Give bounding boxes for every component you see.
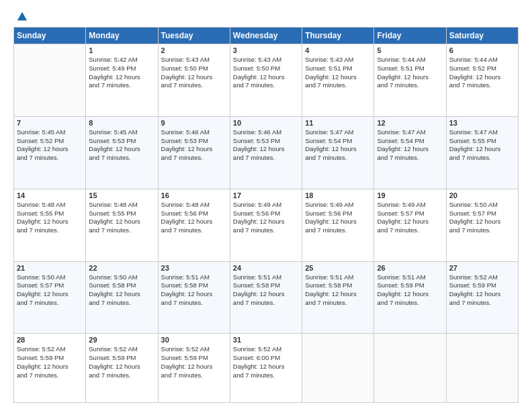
day-info: Sunrise: 5:44 AM Sunset: 5:51 PM Dayligh… xyxy=(377,56,443,90)
day-info: Sunrise: 5:49 AM Sunset: 5:56 PM Dayligh… xyxy=(233,201,299,235)
calendar-cell: 19Sunrise: 5:49 AM Sunset: 5:57 PM Dayli… xyxy=(374,189,446,261)
day-number: 25 xyxy=(305,264,371,272)
day-info: Sunrise: 5:50 AM Sunset: 5:58 PM Dayligh… xyxy=(89,273,154,308)
day-info: Sunrise: 5:44 AM Sunset: 5:52 PM Dayligh… xyxy=(449,56,515,90)
day-number: 1 xyxy=(89,46,154,54)
calendar-cell: 21Sunrise: 5:50 AM Sunset: 5:57 PM Dayli… xyxy=(14,261,86,334)
weekday-header-saturday: Saturday xyxy=(446,28,518,44)
calendar-cell: 24Sunrise: 5:51 AM Sunset: 5:58 PM Dayli… xyxy=(230,261,302,334)
day-number: 16 xyxy=(161,191,227,199)
calendar-cell: 27Sunrise: 5:52 AM Sunset: 5:59 PM Dayli… xyxy=(446,261,518,334)
day-number: 10 xyxy=(233,119,299,127)
day-number: 21 xyxy=(17,264,83,272)
day-info: Sunrise: 5:52 AM Sunset: 5:59 PM Dayligh… xyxy=(161,345,227,379)
day-number: 6 xyxy=(449,46,515,54)
day-info: Sunrise: 5:43 AM Sunset: 5:50 PM Dayligh… xyxy=(233,56,299,90)
day-number: 27 xyxy=(449,264,515,272)
calendar-cell xyxy=(302,334,374,403)
weekday-header-thursday: Thursday xyxy=(302,28,374,44)
week-row-2: 7Sunrise: 5:45 AM Sunset: 5:52 PM Daylig… xyxy=(14,116,519,189)
day-info: Sunrise: 5:48 AM Sunset: 5:56 PM Dayligh… xyxy=(161,201,227,235)
day-info: Sunrise: 5:52 AM Sunset: 5:59 PM Dayligh… xyxy=(17,345,83,379)
day-number: 22 xyxy=(89,264,154,272)
day-number: 24 xyxy=(233,264,299,272)
day-number: 15 xyxy=(89,191,154,199)
svg-marker-0 xyxy=(17,12,27,21)
day-number: 12 xyxy=(377,119,443,127)
day-number: 2 xyxy=(161,46,227,54)
day-info: Sunrise: 5:47 AM Sunset: 5:54 PM Dayligh… xyxy=(377,128,443,163)
day-info: Sunrise: 5:48 AM Sunset: 5:55 PM Dayligh… xyxy=(17,201,83,235)
logo-icon xyxy=(16,11,28,23)
calendar-cell: 13Sunrise: 5:47 AM Sunset: 5:55 PM Dayli… xyxy=(446,116,518,189)
calendar-cell: 28Sunrise: 5:52 AM Sunset: 5:59 PM Dayli… xyxy=(14,334,86,403)
calendar-cell: 8Sunrise: 5:45 AM Sunset: 5:53 PM Daylig… xyxy=(86,116,158,189)
day-number: 26 xyxy=(377,264,443,272)
calendar-cell: 1Sunrise: 5:42 AM Sunset: 5:49 PM Daylig… xyxy=(86,44,158,117)
week-row-3: 14Sunrise: 5:48 AM Sunset: 5:55 PM Dayli… xyxy=(14,189,519,261)
calendar-cell: 11Sunrise: 5:47 AM Sunset: 5:54 PM Dayli… xyxy=(302,116,374,189)
calendar-cell: 9Sunrise: 5:46 AM Sunset: 5:53 PM Daylig… xyxy=(158,116,230,189)
day-number: 11 xyxy=(305,119,371,127)
calendar-cell: 22Sunrise: 5:50 AM Sunset: 5:58 PM Dayli… xyxy=(86,261,158,334)
day-info: Sunrise: 5:49 AM Sunset: 5:56 PM Dayligh… xyxy=(305,201,371,235)
calendar-cell: 29Sunrise: 5:52 AM Sunset: 5:59 PM Dayli… xyxy=(86,334,158,403)
day-number: 31 xyxy=(233,336,299,344)
header xyxy=(13,11,519,20)
day-info: Sunrise: 5:52 AM Sunset: 5:59 PM Dayligh… xyxy=(89,345,154,379)
day-number: 18 xyxy=(305,191,371,199)
calendar-cell: 2Sunrise: 5:43 AM Sunset: 5:50 PM Daylig… xyxy=(158,44,230,117)
day-info: Sunrise: 5:47 AM Sunset: 5:55 PM Dayligh… xyxy=(449,128,515,163)
calendar-table: SundayMondayTuesdayWednesdayThursdayFrid… xyxy=(13,27,519,403)
calendar-cell: 5Sunrise: 5:44 AM Sunset: 5:51 PM Daylig… xyxy=(374,44,446,117)
week-row-5: 28Sunrise: 5:52 AM Sunset: 5:59 PM Dayli… xyxy=(14,334,519,403)
weekday-header-monday: Monday xyxy=(86,28,158,44)
day-info: Sunrise: 5:51 AM Sunset: 5:58 PM Dayligh… xyxy=(233,273,299,308)
calendar-cell: 16Sunrise: 5:48 AM Sunset: 5:56 PM Dayli… xyxy=(158,189,230,261)
day-info: Sunrise: 5:52 AM Sunset: 5:59 PM Dayligh… xyxy=(449,273,515,308)
weekday-header-sunday: Sunday xyxy=(14,28,86,44)
calendar-cell: 6Sunrise: 5:44 AM Sunset: 5:52 PM Daylig… xyxy=(446,44,518,117)
weekday-header-row: SundayMondayTuesdayWednesdayThursdayFrid… xyxy=(14,28,519,44)
day-info: Sunrise: 5:43 AM Sunset: 5:51 PM Dayligh… xyxy=(305,56,371,90)
calendar-cell: 10Sunrise: 5:46 AM Sunset: 5:53 PM Dayli… xyxy=(230,116,302,189)
day-number: 29 xyxy=(89,336,154,344)
day-number: 13 xyxy=(449,119,515,127)
day-info: Sunrise: 5:43 AM Sunset: 5:50 PM Dayligh… xyxy=(161,56,227,90)
weekday-header-friday: Friday xyxy=(374,28,446,44)
weekday-header-tuesday: Tuesday xyxy=(158,28,230,44)
day-number: 20 xyxy=(449,191,515,199)
calendar-cell xyxy=(374,334,446,403)
day-number: 17 xyxy=(233,191,299,199)
calendar-cell: 4Sunrise: 5:43 AM Sunset: 5:51 PM Daylig… xyxy=(302,44,374,117)
day-info: Sunrise: 5:45 AM Sunset: 5:52 PM Dayligh… xyxy=(17,128,83,163)
week-row-4: 21Sunrise: 5:50 AM Sunset: 5:57 PM Dayli… xyxy=(14,261,519,334)
day-number: 30 xyxy=(161,336,227,344)
day-number: 9 xyxy=(161,119,227,127)
day-info: Sunrise: 5:52 AM Sunset: 6:00 PM Dayligh… xyxy=(233,345,299,379)
day-number: 3 xyxy=(233,46,299,54)
day-info: Sunrise: 5:50 AM Sunset: 5:57 PM Dayligh… xyxy=(449,201,515,235)
day-info: Sunrise: 5:46 AM Sunset: 5:53 PM Dayligh… xyxy=(161,128,227,163)
day-info: Sunrise: 5:45 AM Sunset: 5:53 PM Dayligh… xyxy=(89,128,154,163)
calendar-cell: 31Sunrise: 5:52 AM Sunset: 6:00 PM Dayli… xyxy=(230,334,302,403)
calendar-cell: 20Sunrise: 5:50 AM Sunset: 5:57 PM Dayli… xyxy=(446,189,518,261)
day-number: 23 xyxy=(161,264,227,272)
calendar-cell: 18Sunrise: 5:49 AM Sunset: 5:56 PM Dayli… xyxy=(302,189,374,261)
calendar-cell: 3Sunrise: 5:43 AM Sunset: 5:50 PM Daylig… xyxy=(230,44,302,117)
day-info: Sunrise: 5:50 AM Sunset: 5:57 PM Dayligh… xyxy=(17,273,83,308)
day-info: Sunrise: 5:51 AM Sunset: 5:59 PM Dayligh… xyxy=(377,273,443,308)
day-info: Sunrise: 5:42 AM Sunset: 5:49 PM Dayligh… xyxy=(89,56,154,90)
calendar-cell: 26Sunrise: 5:51 AM Sunset: 5:59 PM Dayli… xyxy=(374,261,446,334)
calendar-cell: 14Sunrise: 5:48 AM Sunset: 5:55 PM Dayli… xyxy=(14,189,86,261)
calendar-cell xyxy=(446,334,518,403)
calendar-cell xyxy=(14,44,86,117)
calendar-cell: 17Sunrise: 5:49 AM Sunset: 5:56 PM Dayli… xyxy=(230,189,302,261)
day-number: 5 xyxy=(377,46,443,54)
week-row-1: 1Sunrise: 5:42 AM Sunset: 5:49 PM Daylig… xyxy=(14,44,519,117)
calendar-cell: 30Sunrise: 5:52 AM Sunset: 5:59 PM Dayli… xyxy=(158,334,230,403)
day-info: Sunrise: 5:51 AM Sunset: 5:58 PM Dayligh… xyxy=(161,273,227,308)
day-number: 4 xyxy=(305,46,371,54)
day-number: 19 xyxy=(377,191,443,199)
day-info: Sunrise: 5:47 AM Sunset: 5:54 PM Dayligh… xyxy=(305,128,371,163)
